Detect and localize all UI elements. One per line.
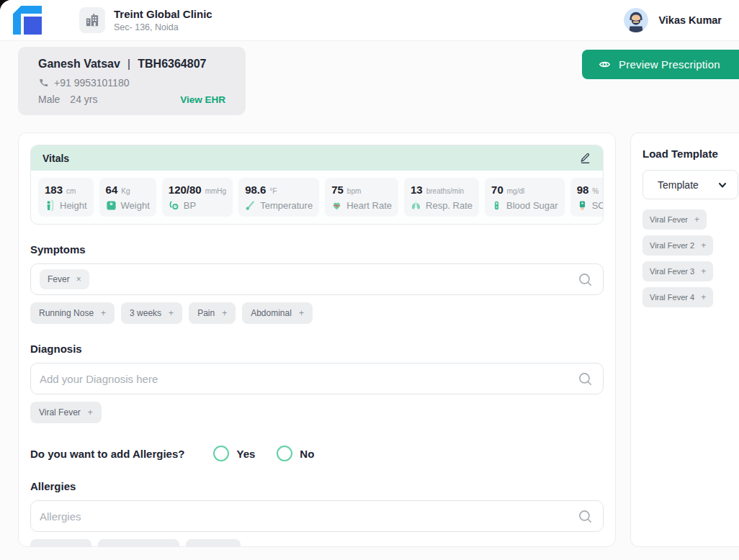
vital-unit: mg/dl [507, 187, 524, 195]
suggestion-chip[interactable]: Wheat+ [186, 539, 241, 547]
patient-strip: Ganesh Vatsav | TBH6364807 +91 995310118… [0, 41, 739, 115]
add-icon: + [299, 308, 304, 318]
vital-label: Height [60, 200, 87, 211]
allergy-suggestions: Peanuts+ Pollen Grains+ Wheat+ [30, 539, 604, 547]
suggestion-chip[interactable]: 3 weeks+ [121, 302, 182, 324]
template-label: Viral Fever 4 [650, 293, 694, 302]
allergies-input-wrap [30, 500, 604, 532]
template-list: Viral Fever+ Viral Fever 2+ Viral Fever … [642, 209, 738, 307]
allergies-no-option[interactable]: No [277, 446, 314, 461]
template-chip[interactable]: Viral Fever+ [642, 209, 707, 230]
vital-heart-rate: 75bpm Heart Rate [325, 178, 398, 217]
vital-value: 183 [45, 184, 63, 196]
vital-value: 70 [491, 184, 503, 196]
radio-button[interactable] [213, 446, 229, 461]
template-label: Viral Fever 3 [650, 267, 694, 276]
suggestion-chip[interactable]: Pollen Grains+ [98, 539, 179, 547]
vital-label: Temperature [260, 200, 313, 211]
view-ehr-link[interactable]: View EHR [180, 94, 225, 105]
suggestion-chip[interactable]: Peanuts+ [30, 539, 91, 547]
symptom-tag-label: Fever [48, 274, 70, 284]
spo2-icon [577, 200, 588, 211]
template-chip[interactable]: Viral Fever 4+ [642, 287, 713, 307]
add-icon: + [222, 308, 227, 318]
diagnosis-input-wrap [30, 363, 604, 394]
bp-icon [169, 200, 179, 211]
template-label: Viral Fever [650, 215, 688, 224]
add-icon: + [169, 308, 174, 318]
patient-phone: +91 9953101180 [54, 77, 129, 89]
add-icon: + [701, 292, 706, 302]
vital-value: 64 [106, 184, 118, 196]
edit-vitals-icon[interactable] [579, 152, 591, 164]
allergies-yes-option[interactable]: Yes [213, 446, 255, 461]
add-icon: + [88, 407, 93, 417]
vital-temperature: 98.6°F Temperature [238, 178, 319, 217]
load-template-panel: Load Template Template Viral Fever+ Vira… [630, 132, 739, 547]
vital-spo2: 98% SOp2 [570, 178, 603, 217]
vital-unit: mmHg [205, 187, 226, 195]
suggestion-label: Pain [197, 308, 215, 318]
suggestion-chip[interactable]: Pain+ [189, 302, 236, 324]
vital-height: 183cm Height [38, 178, 94, 217]
patient-gender: Male [38, 94, 60, 105]
clinic-address: Sec- 136, Noida [114, 22, 212, 32]
suggestion-chip[interactable]: Viral Fever+ [30, 402, 102, 423]
vital-value: 120/80 [169, 184, 202, 196]
symptoms-input[interactable]: Fever × [30, 263, 604, 295]
vitals-title: Vitals [42, 153, 69, 164]
user-menu[interactable]: Vikas Kumar [624, 8, 722, 32]
search-icon [578, 509, 593, 527]
top-bar: Treint Global Clinic Sec- 136, Noida Vik… [0, 0, 739, 41]
blood-sugar-icon [491, 200, 502, 211]
symptom-suggestions: Running Nose+ 3 weeks+ Pain+ Abdominal+ [30, 302, 604, 324]
vital-unit: bpm [347, 187, 361, 195]
suggestion-label: 3 weeks [130, 308, 161, 318]
add-icon: + [227, 545, 232, 547]
preview-prescription-button[interactable]: Preview Prescription [582, 50, 739, 79]
vitals-list: 183cm Height 64Kg Weight [31, 171, 603, 224]
vital-value: 13 [411, 184, 423, 196]
radio-label: Yes [236, 448, 255, 460]
load-template-title: Load Template [642, 148, 738, 160]
diagnosis-title: Diagnosis [30, 343, 604, 355]
height-icon [45, 200, 55, 211]
remove-tag-icon[interactable]: × [76, 274, 81, 284]
allergies-question-row: Do you want to add Allergies? Yes No [30, 446, 604, 461]
vital-label: SOp2 [592, 200, 603, 211]
eye-icon [598, 58, 612, 71]
template-dropdown[interactable]: Template [642, 170, 738, 199]
template-chip[interactable]: Viral Fever 2+ [642, 235, 713, 256]
suggestion-label: Pollen Grains [107, 545, 158, 547]
vital-weight: 64Kg Weight [99, 178, 156, 217]
diagnosis-input[interactable] [40, 373, 571, 385]
vital-value: 98 [577, 184, 589, 196]
radio-button[interactable] [277, 446, 292, 461]
allergies-input[interactable] [40, 510, 571, 523]
patient-demographics-row: Male 24 yrs View EHR [38, 94, 225, 105]
add-icon: + [166, 545, 171, 547]
suggestion-label: Peanuts [39, 545, 71, 547]
user-name: Vikas Kumar [658, 14, 722, 26]
clinic-name: Treint Global Clinic [114, 8, 212, 22]
phone-icon [38, 78, 48, 88]
template-label: Viral Fever 2 [650, 241, 694, 250]
vital-unit: breaths/min [426, 187, 464, 195]
add-icon: + [694, 214, 699, 225]
patient-phone-row: +91 9953101180 [38, 77, 225, 89]
resp-rate-icon [411, 200, 421, 211]
template-chip[interactable]: Viral Fever 3+ [642, 261, 713, 281]
search-icon [578, 371, 593, 389]
radio-label: No [300, 448, 314, 460]
symptom-tag-fever[interactable]: Fever × [40, 269, 89, 289]
separator: | [127, 57, 130, 71]
suggestion-chip[interactable]: Abdominal+ [242, 302, 313, 324]
add-icon: + [701, 240, 706, 250]
suggestion-label: Wheat [194, 545, 220, 547]
prescription-form-card: Vitals 183cm Height [18, 132, 616, 547]
content-row: Vitals 183cm Height [0, 115, 739, 547]
avatar[interactable] [624, 8, 648, 32]
chevron-down-icon [717, 180, 727, 190]
add-icon: + [78, 545, 83, 547]
suggestion-chip[interactable]: Running Nose+ [30, 302, 115, 324]
